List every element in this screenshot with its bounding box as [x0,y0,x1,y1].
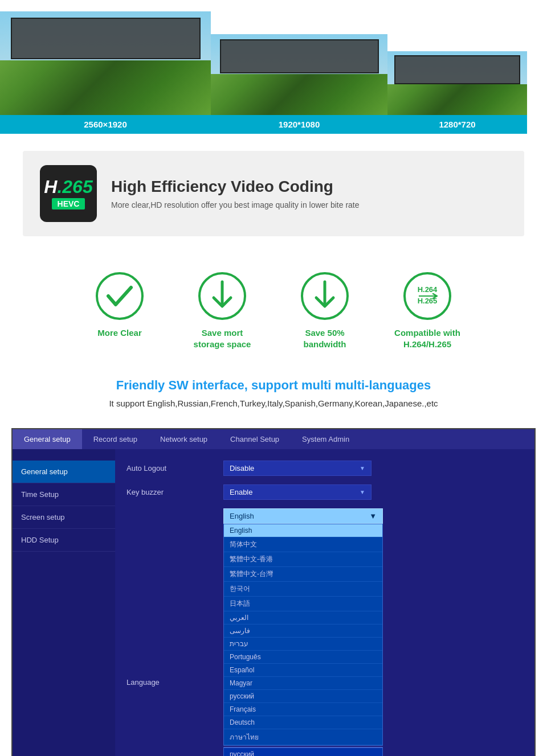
dvr-sidebar-general[interactable]: General setup [13,461,115,483]
dvr-nav-system[interactable]: System Admin [291,429,361,449]
dvr-sidebar-hdd[interactable]: HDD Setup [13,529,115,552]
dvr-value-key-buzzer[interactable]: Enable ▼ [223,484,372,500]
features-section: More Clear Save mortstorage space Save 5… [0,253,547,361]
language-subtitle: It support English,Russian,French,Turkey… [23,398,524,408]
dvr-language-list-group2: русский Français Deutsch ภาษาไทย tiếng V… [223,747,383,756]
svg-point-0 [97,273,142,319]
dvr-lang-german[interactable]: Deutsch [224,716,382,729]
language-title: Friendly SW interface, support multi mul… [23,378,524,393]
dvr-nav-channel[interactable]: Channel Setup [219,429,291,449]
dvr-content: General setup Time Setup Screen setup HD… [13,449,534,756]
dvr-field-key-buzzer: Key buzzer Enable ▼ [126,484,523,500]
dvr-lang-trad-chinese-hk[interactable]: 繁體中文-香港 [224,552,382,567]
feature-more-clear-label: More Clear [97,327,142,339]
dvr-screenshot: General setup Record setup Network setup… [11,428,536,756]
dvr-lang-japanese[interactable]: 日本語 [224,597,382,611]
res-label-small: 1280*720 [387,115,527,134]
dvr-lang-portuguese[interactable]: Português [224,651,382,664]
dvr-sidebar: General setup Time Setup Screen setup HD… [13,449,115,756]
res-label-large: 2560×1920 [0,115,211,134]
dvr-lang-korean[interactable]: 한국어 [224,582,382,597]
dvr-field-language: Language English ▼ English 简体中文 繁體中文-香港 … [126,508,523,756]
dvr-nav-record[interactable]: Record setup [82,429,149,449]
dvr-lang-thai[interactable]: ภาษาไทย [224,729,382,745]
h265-title: High Efficiency Video Coding [111,178,360,196]
dvr-lang-hungarian[interactable]: Magyar [224,677,382,690]
dvr-nav-general[interactable]: General setup [13,429,82,449]
h265-badge: H.265 HEVC [40,165,97,222]
h265-badge-bottom: HEVC [52,198,85,209]
dvr-main: Auto Logout Disable ▼ Key buzzer Enable … [115,449,534,756]
dropdown-arrow-lang-icon: ▼ [369,512,377,520]
checkmark-icon [94,270,145,322]
feature-more-clear: More Clear [77,270,162,350]
download-bandwidth-icon [299,270,350,322]
dvr-sidebar-screen[interactable]: Screen setup [13,506,115,529]
dropdown-arrow-icon: ▼ [360,465,365,471]
dvr-lang-trad-chinese-tw[interactable]: 繁體中文-台灣 [224,567,382,582]
feature-save-bandwidth-label: Save 50%bandwidth [304,327,346,350]
dvr-language-dropdown[interactable]: English ▼ English 简体中文 繁體中文-香港 繁體中文-台灣 한… [223,508,383,756]
dvr-value-auto-logout[interactable]: Disable ▼ [223,461,372,476]
dvr-sidebar-time[interactable]: Time Setup [13,483,115,506]
dvr-label-language: Language [126,678,218,687]
feature-save-bandwidth: Save 50%bandwidth [282,270,368,350]
dvr-lang-arabic[interactable]: العربي [224,611,382,624]
dvr-lang-farsi[interactable]: فارسی [224,624,382,638]
res-item-medium: 1920*1080 [211,34,387,134]
feature-compatible: H.264 H.265 Compatible withH.264/H.265 [385,270,470,350]
feature-save-storage: Save mortstorage space [179,270,265,350]
h265-section: H.265 HEVC High Efficiency Video Coding … [23,151,524,236]
download-storage-icon [197,270,248,322]
dvr-lang-hebrew[interactable]: עברית [224,638,382,651]
dvr-label-key-buzzer: Key buzzer [126,488,218,496]
res-item-small: 1280*720 [387,51,527,134]
dropdown-arrow-icon2: ▼ [360,489,365,495]
dvr-top-nav: General setup Record setup Network setup… [13,429,534,449]
language-section: Friendly SW interface, support multi mul… [0,361,547,428]
res-label-medium: 1920*1080 [211,115,387,134]
dvr-label-auto-logout: Auto Logout [126,464,218,472]
compatible-icon: H.264 H.265 [402,270,453,322]
h265-subtitle: More clear,HD resolution offer you best … [111,200,360,209]
svg-text:H.264: H.264 [418,285,438,294]
dvr-language-selected[interactable]: English ▼ [223,508,383,524]
dvr-field-auto-logout: Auto Logout Disable ▼ [126,461,523,476]
dvr-lang-russian[interactable]: русский [224,690,382,703]
h265-text: High Efficiency Video Coding More clear,… [111,178,360,209]
res-item-large: 2560×1920 [0,11,211,134]
dvr-lang-english[interactable]: English [224,524,382,537]
dvr-lang-simplified-chinese[interactable]: 简体中文 [224,537,382,552]
h265-badge-top: H.265 [44,178,92,196]
dvr-lang-spanish[interactable]: Español [224,664,382,677]
dvr-lang-french[interactable]: Français [224,703,382,716]
feature-compatible-label: Compatible withH.264/H.265 [394,327,460,350]
dvr-nav-network[interactable]: Network setup [149,429,219,449]
dvr-language-list: English 简体中文 繁體中文-香港 繁體中文-台灣 한국어 日本語 الع… [223,524,383,746]
dvr-lang-russian2[interactable]: русский [224,748,382,756]
resolution-section: 2560×1920 1920*1080 1280*720 [0,0,547,134]
feature-save-storage-label: Save mortstorage space [194,327,251,350]
